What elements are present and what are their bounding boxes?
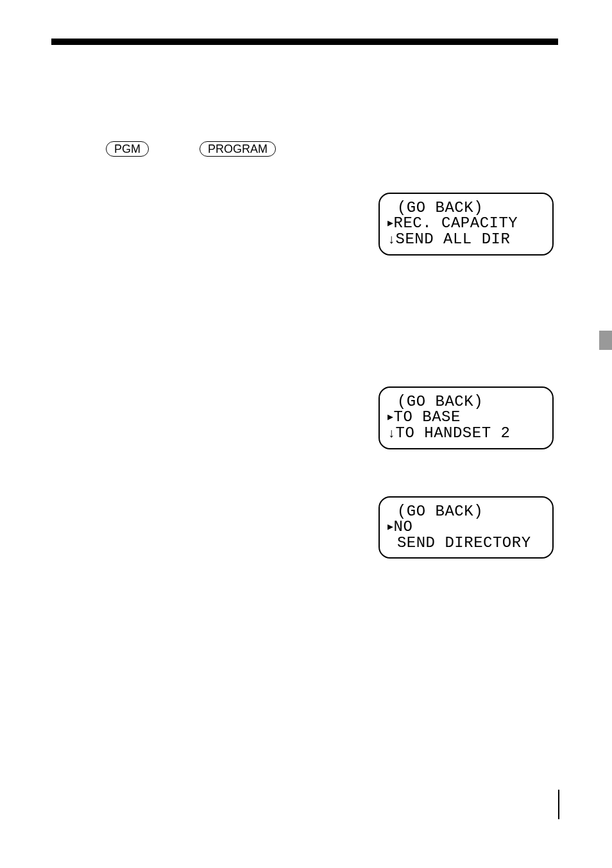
- lcd3-line3: SEND DIRECTORY: [387, 535, 545, 551]
- lcd2-line1: (GO BACK): [387, 394, 545, 410]
- lcd2-line3: TO HANDSET 2: [387, 426, 545, 442]
- lcd1-line3: SEND ALL DIR: [387, 232, 545, 248]
- lcd1-line1: (GO BACK): [387, 200, 545, 216]
- pgm-button[interactable]: PGM: [106, 141, 149, 157]
- lcd3-line1: (GO BACK): [387, 504, 545, 519]
- down-arrow-icon: [387, 230, 396, 248]
- program-button[interactable]: PROGRAM: [200, 141, 276, 157]
- lcd2-line2: TO BASE: [387, 410, 545, 426]
- lcd3-line2: NO: [387, 519, 545, 535]
- lcd-screen-2: (GO BACK) TO BASE TO HANDSET 2: [378, 386, 554, 449]
- right-arrow-icon: [387, 408, 394, 426]
- button-row: PGM PROGRAM: [106, 141, 276, 157]
- down-arrow-icon: [387, 424, 396, 442]
- side-tab: [599, 331, 612, 350]
- lcd1-line2: REC. CAPACITY: [387, 216, 545, 232]
- lcd-screen-1: (GO BACK) REC. CAPACITY SEND ALL DIR: [378, 193, 554, 256]
- footer-divider: [558, 790, 559, 819]
- right-arrow-icon: [387, 214, 394, 232]
- right-arrow-icon: [387, 518, 394, 535]
- header-divider: [51, 39, 558, 45]
- lcd-screen-3: (GO BACK) NO SEND DIRECTORY: [378, 496, 554, 559]
